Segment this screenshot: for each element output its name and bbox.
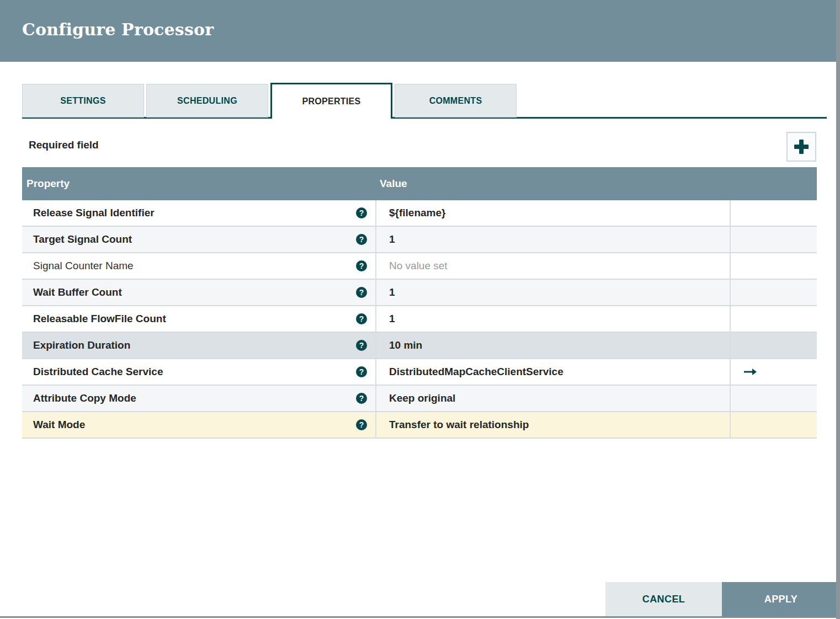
row-action-cell xyxy=(730,253,817,279)
property-value: 1 xyxy=(389,286,395,298)
property-name: Wait Buffer Count xyxy=(33,286,122,298)
property-value: 10 min xyxy=(389,339,422,351)
property-name: Expiration Duration xyxy=(33,339,130,351)
tab-bar: SETTINGS SCHEDULING PROPERTIES COMMENTS xyxy=(22,83,517,119)
scrollbar[interactable] xyxy=(836,0,840,619)
property-table: Property Value Release Signal Identifier… xyxy=(22,167,817,439)
row-action-cell[interactable] xyxy=(730,359,817,385)
tab-comments-label: COMMENTS xyxy=(429,96,482,106)
row-action-cell xyxy=(730,412,817,437)
property-name-cell[interactable]: Release Signal Identifier? xyxy=(22,200,375,226)
dialog-header: Configure Processor xyxy=(0,0,840,62)
property-row: Wait Buffer Count?1 xyxy=(22,280,817,306)
apply-button[interactable]: APPLY xyxy=(722,582,840,616)
property-name-cell[interactable]: Releasable FlowFile Count? xyxy=(22,306,375,332)
row-action-cell xyxy=(730,280,817,305)
row-action-cell xyxy=(730,227,817,252)
property-value: Keep original xyxy=(389,392,455,404)
property-name: Target Signal Count xyxy=(33,233,132,246)
property-row: Attribute Copy Mode?Keep original xyxy=(22,386,817,412)
tab-properties[interactable]: PROPERTIES xyxy=(270,83,392,119)
property-name: Releasable FlowFile Count xyxy=(33,313,166,325)
property-name-cell[interactable]: Wait Buffer Count? xyxy=(22,280,375,305)
property-name: Attribute Copy Mode xyxy=(33,392,136,404)
help-icon[interactable]: ? xyxy=(356,260,367,271)
row-action-cell xyxy=(730,386,817,411)
property-value: ${filename} xyxy=(389,207,445,219)
tab-properties-label: PROPERTIES xyxy=(302,97,360,106)
property-value-cell[interactable]: 1 xyxy=(375,227,730,252)
property-name-cell[interactable]: Attribute Copy Mode? xyxy=(22,386,375,411)
property-value-cell[interactable]: 1 xyxy=(375,306,730,332)
property-name-cell[interactable]: Target Signal Count? xyxy=(22,227,375,252)
property-name-cell[interactable]: Wait Mode? xyxy=(22,412,375,437)
property-value-cell[interactable]: ${filename} xyxy=(375,200,730,226)
tab-settings[interactable]: SETTINGS xyxy=(22,84,144,118)
property-value-cell[interactable]: No value set xyxy=(375,253,730,279)
row-action-cell xyxy=(730,333,817,358)
cancel-button-label: CANCEL xyxy=(642,594,685,605)
help-icon[interactable]: ? xyxy=(356,313,367,324)
property-value-cell[interactable]: Keep original xyxy=(375,386,730,411)
property-row: Signal Counter Name?No value set xyxy=(22,253,817,280)
property-row: Wait Mode?Transfer to wait relationship xyxy=(22,412,817,439)
property-name-cell[interactable]: Expiration Duration? xyxy=(22,333,375,358)
column-header-property: Property xyxy=(22,178,375,190)
cancel-button[interactable]: CANCEL xyxy=(605,582,722,616)
property-name: Wait Mode xyxy=(33,419,85,431)
help-icon[interactable]: ? xyxy=(356,234,367,245)
dialog-title: Configure Processor xyxy=(22,20,214,39)
row-action-cell xyxy=(730,200,817,226)
help-icon[interactable]: ? xyxy=(356,419,367,430)
property-row: Release Signal Identifier?${filename} xyxy=(22,200,817,227)
property-value: No value set xyxy=(389,260,448,272)
required-field-label: Required field xyxy=(29,139,99,151)
go-to-service-arrow-icon[interactable] xyxy=(743,367,758,376)
plus-icon xyxy=(794,140,809,154)
property-table-body: Release Signal Identifier?${filename}Tar… xyxy=(22,200,817,439)
tab-scheduling[interactable]: SCHEDULING xyxy=(146,84,268,118)
apply-button-label: APPLY xyxy=(764,594,798,605)
help-icon[interactable]: ? xyxy=(356,207,367,218)
property-name-cell[interactable]: Distributed Cache Service? xyxy=(22,359,375,385)
tab-comments[interactable]: COMMENTS xyxy=(395,84,517,118)
help-icon[interactable]: ? xyxy=(356,340,367,351)
property-value-cell[interactable]: 10 min xyxy=(375,333,730,358)
property-table-header: Property Value xyxy=(22,167,817,200)
column-header-value: Value xyxy=(375,178,730,190)
tab-scheduling-label: SCHEDULING xyxy=(177,96,237,106)
property-row: Distributed Cache Service?DistributedMap… xyxy=(22,359,817,386)
help-icon[interactable]: ? xyxy=(356,287,367,298)
dialog-bottom-border xyxy=(0,616,840,618)
property-name: Signal Counter Name xyxy=(33,260,134,272)
property-row: Releasable FlowFile Count?1 xyxy=(22,306,817,333)
property-value-cell[interactable]: DistributedMapCacheClientService xyxy=(375,359,730,385)
help-icon[interactable]: ? xyxy=(356,366,367,377)
property-value: 1 xyxy=(389,313,395,325)
property-name-cell[interactable]: Signal Counter Name? xyxy=(22,253,375,279)
tab-settings-label: SETTINGS xyxy=(60,96,105,106)
property-row: Target Signal Count?1 xyxy=(22,227,817,253)
property-name: Distributed Cache Service xyxy=(33,366,163,378)
property-value: Transfer to wait relationship xyxy=(389,419,529,431)
property-value-cell[interactable]: 1 xyxy=(375,280,730,305)
add-property-button[interactable] xyxy=(786,132,816,162)
property-value: DistributedMapCacheClientService xyxy=(389,366,563,378)
property-value: 1 xyxy=(389,233,395,246)
row-action-cell xyxy=(730,306,817,332)
configure-processor-dialog: Configure Processor SETTINGS SCHEDULING … xyxy=(0,0,840,619)
help-icon[interactable]: ? xyxy=(356,393,367,404)
property-row: Expiration Duration?10 min xyxy=(22,333,817,359)
property-value-cell[interactable]: Transfer to wait relationship xyxy=(375,412,730,437)
property-name: Release Signal Identifier xyxy=(33,207,155,219)
